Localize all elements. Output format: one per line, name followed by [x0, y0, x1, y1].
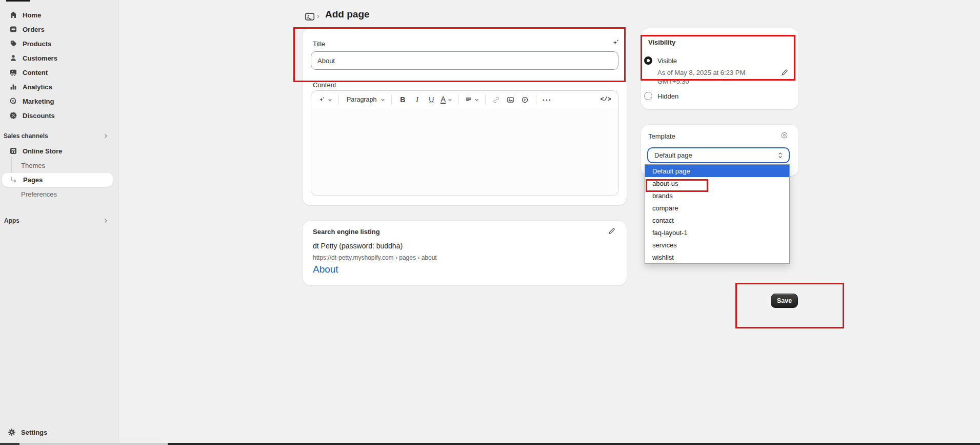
paragraph-label: Paragraph — [345, 96, 378, 103]
sidebar: Home Orders Products Customers Content A… — [0, 0, 119, 445]
sidebar-item-label: Products — [23, 40, 51, 48]
seo-card: Search engine listing dt Petty (password… — [303, 221, 627, 285]
sales-channels-label: Sales channels — [4, 132, 48, 140]
sidebar-item-pages[interactable]: Pages — [2, 173, 113, 187]
paragraph-style-dropdown[interactable]: Paragraph — [343, 93, 387, 106]
orders-icon — [9, 25, 17, 33]
settings-icon — [8, 428, 16, 436]
discounts-icon — [9, 111, 17, 120]
magic-write-button[interactable] — [316, 93, 334, 106]
text-color-button[interactable]: A — [439, 93, 454, 106]
sidebar-item-label: Marketing — [23, 98, 54, 105]
editor-text-area[interactable] — [311, 108, 618, 196]
chevron-right-icon — [103, 133, 111, 139]
link-button[interactable] — [490, 93, 503, 106]
sidebar-item-analytics[interactable]: Analytics — [0, 80, 119, 94]
template-option-brands[interactable]: brands — [645, 189, 789, 202]
template-option-services[interactable]: services — [645, 239, 789, 251]
visible-radio-label[interactable]: Visible — [657, 57, 677, 65]
chevron-down-icon — [447, 97, 453, 103]
code-view-button[interactable]: </> — [598, 93, 613, 106]
chevron-right-icon — [103, 218, 111, 224]
visible-radio[interactable] — [644, 56, 652, 65]
insert-video-button[interactable] — [518, 93, 532, 106]
edit-seo-pencil-icon[interactable] — [608, 227, 616, 235]
sidebar-item-label: Preferences — [21, 190, 57, 198]
sales-channels-header[interactable]: Sales channels — [0, 131, 119, 141]
template-option-default-page[interactable]: Default page — [645, 165, 789, 177]
template-preview-eye-icon[interactable] — [781, 131, 788, 139]
edit-visibility-pencil-icon[interactable] — [781, 68, 789, 76]
toolbar-separator — [338, 95, 339, 104]
chevron-down-icon — [380, 97, 386, 103]
template-option-contact[interactable]: contact — [645, 214, 789, 226]
sidebar-item-preferences[interactable]: Preferences — [21, 187, 57, 201]
sparkle-icon — [318, 96, 326, 104]
seo-card-title: Search engine listing — [313, 228, 380, 236]
breadcrumb-separator: › — [317, 11, 319, 20]
sidebar-item-orders[interactable]: Orders — [0, 22, 119, 36]
text-color-label: A — [441, 96, 445, 104]
sidebar-item-label: Pages — [23, 176, 43, 184]
content-field-label: Content — [313, 81, 336, 89]
template-select[interactable]: Default page — [647, 147, 790, 163]
more-options-button[interactable]: ··· — [541, 93, 554, 106]
content-editor[interactable]: Paragraph B I U A ··· </> — [311, 90, 618, 196]
insert-image-button[interactable] — [504, 93, 517, 106]
bottom-scrollbar-thumb-left[interactable] — [0, 443, 19, 445]
image-icon — [507, 96, 514, 104]
sidebar-item-label: Analytics — [23, 83, 52, 91]
marketing-icon — [9, 97, 17, 105]
sidebar-item-themes[interactable]: Themes — [21, 159, 45, 172]
toolbar-separator — [391, 95, 392, 104]
template-dropdown: Default page about-us brands compare con… — [645, 164, 790, 264]
analytics-icon — [9, 83, 17, 91]
align-button[interactable] — [463, 93, 481, 106]
bottom-scrollbar-thumb-right[interactable] — [168, 443, 980, 445]
customers-icon — [9, 54, 17, 62]
sidebar-item-products[interactable]: Products — [0, 36, 119, 51]
tree-connector-line — [11, 157, 12, 175]
template-select-value: Default page — [654, 151, 692, 159]
template-option-wishlist[interactable]: wishlist — [645, 251, 789, 263]
page-icon[interactable] — [305, 12, 315, 21]
toolbar-separator — [458, 95, 459, 104]
bold-button[interactable]: B — [396, 93, 409, 106]
content-icon — [9, 68, 17, 76]
visible-note-line1: As of May 8, 2025 at 6:23 PM — [657, 69, 745, 76]
seo-url: https://dt-petty.myshopify.com › pages ›… — [313, 254, 437, 261]
save-button[interactable]: Save — [771, 294, 798, 308]
sidebar-item-customers[interactable]: Customers — [0, 51, 119, 65]
template-option-compare[interactable]: compare — [645, 202, 789, 214]
seo-page-title-link[interactable]: About — [313, 264, 338, 275]
title-input[interactable] — [311, 51, 618, 70]
stepper-icon — [777, 151, 784, 159]
bottom-scrollbar-track[interactable] — [19, 443, 168, 445]
apps-label: Apps — [4, 217, 19, 224]
align-left-icon — [465, 96, 472, 104]
sidebar-item-label: Content — [23, 69, 48, 76]
sidebar-item-label: Discounts — [23, 112, 55, 120]
home-icon — [9, 11, 17, 19]
sidebar-item-home[interactable]: Home — [0, 8, 119, 22]
sidebar-item-label: Home — [23, 11, 41, 19]
underline-button[interactable]: U — [425, 93, 438, 106]
template-option-faq-layout-1[interactable]: faq-layout-1 — [645, 226, 789, 239]
hidden-radio-label[interactable]: Hidden — [657, 92, 678, 100]
template-option-about-us[interactable]: about-us — [645, 177, 789, 189]
italic-button[interactable]: I — [410, 93, 424, 106]
apps-header[interactable]: Apps — [0, 216, 119, 226]
sidebar-item-content[interactable]: Content — [0, 65, 119, 80]
visible-note-line2: GMT+5:30 — [657, 78, 689, 85]
chevron-down-icon — [327, 97, 333, 103]
sidebar-item-settings[interactable]: Settings — [0, 425, 119, 439]
hidden-radio[interactable] — [644, 92, 652, 100]
sidebar-item-marketing[interactable]: Marketing — [0, 94, 119, 108]
magic-sparkle-icon[interactable] — [611, 38, 620, 47]
sidebar-item-discounts[interactable]: Discounts — [0, 108, 119, 123]
visibility-card: Visibility Visible As of May 8, 2025 at … — [641, 28, 798, 109]
page-title: Add page — [325, 9, 370, 20]
sidebar-item-label: Settings — [21, 429, 47, 436]
sidebar-item-online-store[interactable]: Online Store — [0, 144, 119, 158]
branch-arrow-icon — [10, 177, 17, 184]
